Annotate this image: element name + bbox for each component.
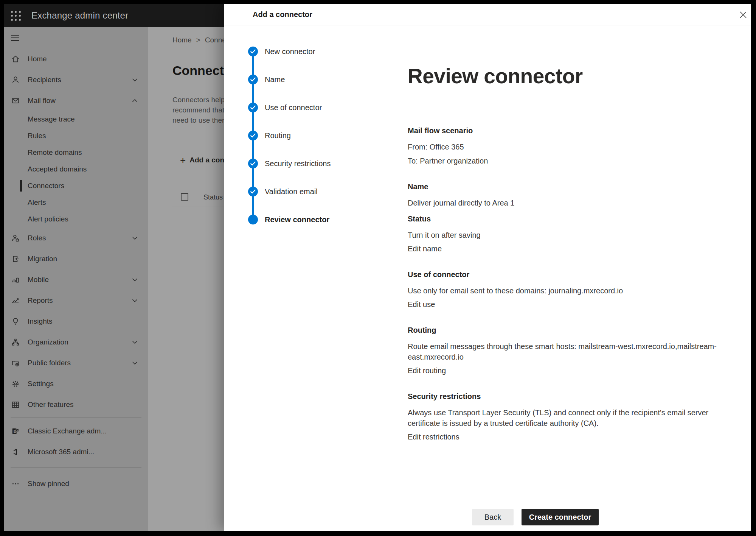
steps-divider [380, 25, 380, 501]
routing-value: Route email messages through these smart… [408, 341, 718, 362]
sidebar-item-insights[interactable]: Insights [4, 311, 148, 332]
section-heading-name: Name [408, 181, 718, 192]
sidebar-item-label: Recipients [28, 76, 61, 84]
chevron-down-icon [132, 340, 138, 344]
section-heading-status: Status [408, 213, 718, 224]
office-logo-icon [11, 448, 20, 456]
security-value: Always use Transport Layer Security (TLS… [408, 407, 718, 428]
app-launcher-waffle-icon[interactable] [10, 10, 22, 22]
sidebar-item-reports[interactable]: Reports [4, 290, 148, 311]
mail-flow-to: To: Partner organization [408, 156, 718, 166]
reports-icon [11, 296, 20, 305]
edit-name-link[interactable]: Edit name [408, 243, 442, 254]
lightbulb-icon [11, 317, 20, 326]
sidebar-item-migration[interactable]: Migration [4, 248, 148, 269]
sidebar-item-mobile[interactable]: Mobile [4, 269, 148, 290]
breadcrumb-separator: > [196, 36, 200, 44]
step-complete-icon [248, 47, 258, 56]
sidebar-divider [11, 418, 141, 418]
step-complete-icon [248, 159, 258, 168]
gear-icon [11, 380, 20, 388]
grid-table-icon [11, 400, 20, 409]
sidebar-item-roles[interactable]: Roles [4, 227, 148, 248]
sidebar-item-message-trace[interactable]: Message trace [4, 111, 148, 128]
sidebar-item-other-features[interactable]: Other features [4, 394, 148, 415]
step-complete-icon [248, 103, 258, 112]
sidebar-item-alerts[interactable]: Alerts [4, 194, 148, 211]
step-complete-icon [248, 187, 258, 196]
dialog-header: Add a connector [224, 4, 751, 25]
plus-icon: + [180, 155, 186, 165]
edit-use-link[interactable]: Edit use [408, 299, 435, 310]
sidebar: Home Recipients Mail flow Message trace … [4, 27, 148, 531]
ellipsis-icon [11, 480, 20, 488]
sidebar-item-remote-domains[interactable]: Remote domains [4, 144, 148, 161]
section-heading-mail-flow-scenario: Mail flow scenario [408, 125, 718, 136]
chevron-down-icon [132, 361, 138, 365]
dialog-title: Add a connector [253, 4, 312, 25]
step-complete-icon [248, 131, 258, 140]
wizard-step-validation-email[interactable]: Validation email [248, 187, 318, 196]
sidebar-item-recipients[interactable]: Recipients [4, 69, 148, 90]
step-complete-icon [248, 75, 258, 84]
svg-text:E: E [13, 429, 16, 433]
chevron-down-icon [132, 78, 138, 81]
edit-routing-link[interactable]: Edit routing [408, 365, 446, 376]
add-connector-dialog: Add a connector New connector Name Use o… [224, 4, 751, 531]
status-value: Turn it on after saving [408, 230, 718, 240]
chevron-down-icon [132, 236, 138, 240]
wizard-step-name[interactable]: Name [248, 75, 285, 84]
breadcrumb-home-link[interactable]: Home [172, 36, 192, 44]
sidebar-item-microsoft-365-admin[interactable]: Microsoft 365 admi... [4, 441, 148, 462]
home-icon [11, 55, 20, 63]
sidebar-item-label: Mail flow [28, 97, 56, 105]
person-icon [11, 76, 20, 84]
hamburger-menu-icon[interactable] [4, 27, 148, 48]
create-connector-button[interactable]: Create connector [522, 509, 599, 525]
org-tree-icon [11, 338, 20, 346]
name-value: Deliver journal directly to Area 1 [408, 198, 718, 208]
wizard-step-routing[interactable]: Routing [248, 131, 291, 140]
sidebar-item-public-folders[interactable]: Public folders [4, 352, 148, 373]
close-icon[interactable] [738, 10, 748, 20]
sidebar-item-connectors[interactable]: Connectors [4, 178, 148, 194]
sidebar-item-mail-flow[interactable]: Mail flow [4, 90, 148, 111]
page-description: Connectors help recommend that need to u… [172, 95, 225, 125]
back-button[interactable]: Back [472, 509, 514, 525]
status-column-header: Status [203, 193, 223, 201]
chevron-down-icon [132, 278, 138, 281]
section-heading-security-restrictions: Security restrictions [408, 391, 718, 402]
app-title: Exchange admin center [31, 4, 128, 27]
sidebar-item-organization[interactable]: Organization [4, 332, 148, 352]
wizard-step-use-of-connector[interactable]: Use of connector [248, 103, 322, 112]
sidebar-item-alert-policies[interactable]: Alert policies [4, 211, 148, 227]
review-heading: Review connector [408, 64, 718, 89]
section-heading-use-of-connector: Use of connector [408, 269, 718, 280]
sidebar-item-settings[interactable]: Settings [4, 373, 148, 394]
section-heading-routing: Routing [408, 325, 718, 335]
sidebar-item-classic-exchange-admin[interactable]: E Classic Exchange adm... [4, 421, 148, 441]
chevron-up-icon [132, 99, 138, 102]
mail-icon [11, 97, 20, 105]
wizard-step-security-restrictions[interactable]: Security restrictions [248, 159, 331, 168]
mail-flow-from: From: Office 365 [408, 142, 718, 152]
screen-frame: Exchange admin center Home Recipients Ma… [4, 4, 751, 531]
select-all-checkbox[interactable] [181, 193, 188, 201]
edit-restrictions-link[interactable]: Edit restrictions [408, 432, 459, 442]
review-content: Review connector Mail flow scenario From… [408, 64, 718, 442]
sidebar-item-rules[interactable]: Rules [4, 128, 148, 144]
sidebar-item-show-pinned[interactable]: Show pinned [4, 473, 148, 494]
wizard-step-new-connector[interactable]: New connector [248, 47, 315, 56]
use-value: Use only for email sent to these domains… [408, 285, 718, 296]
migration-icon [11, 255, 20, 263]
folder-globe-icon [11, 359, 20, 367]
dialog-footer: Back Create connector [224, 501, 751, 531]
roles-icon [11, 234, 20, 242]
wizard-step-review-connector[interactable]: Review connector [248, 215, 329, 224]
exchange-logo-icon: E [11, 427, 20, 435]
selected-indicator [20, 180, 22, 192]
sidebar-item-home[interactable]: Home [4, 48, 148, 69]
chevron-down-icon [132, 299, 138, 302]
sidebar-item-accepted-domains[interactable]: Accepted domains [4, 161, 148, 178]
sidebar-divider [11, 467, 141, 468]
